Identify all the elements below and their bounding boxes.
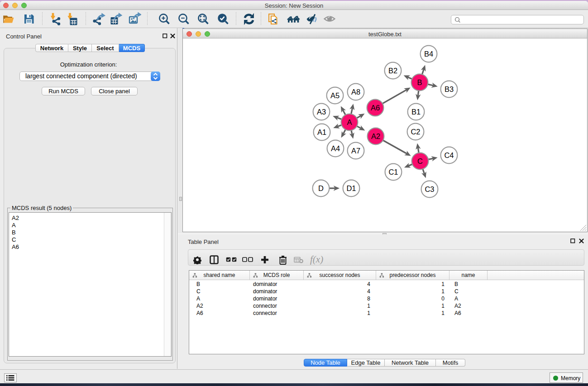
svg-text:A3: A3 xyxy=(317,108,326,116)
svg-text:A5: A5 xyxy=(330,91,339,100)
svg-text:B1: B1 xyxy=(411,108,421,116)
svg-text:B2: B2 xyxy=(388,67,397,75)
svg-text:A6: A6 xyxy=(371,104,380,112)
svg-text:A2: A2 xyxy=(371,132,380,140)
svg-text:B4: B4 xyxy=(424,50,433,58)
svg-text:A7: A7 xyxy=(351,147,360,155)
svg-text:A8: A8 xyxy=(351,88,360,96)
svg-text:D1: D1 xyxy=(346,184,356,192)
svg-text:C4: C4 xyxy=(444,151,454,159)
svg-text:A1: A1 xyxy=(317,128,326,136)
svg-text:B: B xyxy=(417,78,422,86)
svg-text:C2: C2 xyxy=(411,128,420,136)
svg-text:C3: C3 xyxy=(425,185,434,193)
svg-text:B3: B3 xyxy=(445,85,454,93)
svg-text:A4: A4 xyxy=(331,144,340,152)
svg-text:C1: C1 xyxy=(388,168,398,176)
svg-text:A: A xyxy=(347,118,352,126)
svg-text:C: C xyxy=(417,157,423,165)
svg-text:D: D xyxy=(318,184,324,192)
